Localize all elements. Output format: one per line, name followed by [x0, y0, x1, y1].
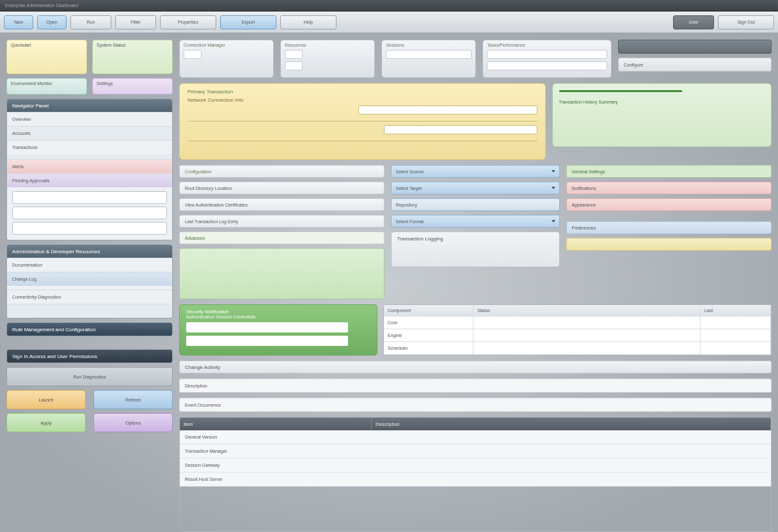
- strip-extra[interactable]: [566, 238, 772, 251]
- toolbar-run-button[interactable]: Run: [70, 15, 111, 29]
- sidebar-monitor-box[interactable]: Environment Monitor: [6, 78, 87, 95]
- sidebar-refresh-button[interactable]: Refresh: [93, 390, 173, 409]
- td: Engine: [384, 329, 473, 341]
- toolbar-new-button[interactable]: New: [4, 15, 33, 29]
- sidebar-rule-header: Rule Management and Configuration: [7, 323, 172, 336]
- card-resources-field[interactable]: [285, 50, 303, 59]
- workspace: Quickstart System Status Environment Mon…: [0, 33, 778, 532]
- strip-appearance[interactable]: Appearance: [566, 198, 772, 211]
- dropdown-format[interactable]: Select Format: [391, 215, 559, 228]
- th-status: Status: [473, 305, 701, 316]
- sidebar-access-header: Sign In Access and User Permissions: [7, 350, 172, 363]
- sidebar-item-overview[interactable]: Overview: [7, 112, 172, 126]
- logging-card-title: Transaction Logging: [397, 236, 443, 242]
- toolbar-user-chip[interactable]: User: [673, 15, 714, 29]
- settings-header: General Settings: [566, 165, 772, 178]
- sidebar-item-pending[interactable]: Pending Approvals: [7, 173, 172, 187]
- card-sessions-title: Sessions: [386, 43, 472, 47]
- strip-notifications[interactable]: Notifications: [566, 182, 772, 194]
- sidebar-item-transactions[interactable]: Transactions: [7, 140, 172, 154]
- divider2: [187, 141, 537, 141]
- history-summary-panel: Transaction History Summary: [552, 83, 772, 147]
- th-description: Description: [372, 418, 771, 430]
- dropdown-source[interactable]: Select Source: [391, 165, 559, 178]
- history-summary-title: Transaction History Summary: [559, 100, 765, 104]
- sidebar-rule-panel[interactable]: Rule Management and Configuration: [6, 322, 173, 336]
- sidebar-item-changelog[interactable]: Change Log: [7, 272, 172, 286]
- card-tasks-field[interactable]: [487, 50, 607, 59]
- sidebar-monitor-title: Environment Monitor: [11, 81, 52, 86]
- dropdown-repository[interactable]: Repository: [391, 198, 559, 211]
- card-resources[interactable]: Resources: [280, 40, 375, 78]
- dropdown-target[interactable]: Select Target: [391, 182, 559, 194]
- toolbar-open-button[interactable]: Open: [37, 15, 67, 29]
- table-row[interactable]: Engine: [384, 329, 771, 342]
- card-tasks-field2[interactable]: [487, 61, 607, 70]
- security-field1[interactable]: [186, 322, 348, 332]
- card-sessions[interactable]: Sessions: [381, 40, 476, 78]
- card-resources-title: Resources: [285, 43, 370, 47]
- sidebar-status-box[interactable]: System Status: [92, 40, 173, 74]
- sidebar-admin-panel: Administration & Developer Resources Doc…: [6, 244, 173, 318]
- card-tasks[interactable]: Tasks/Performance: [482, 40, 612, 78]
- card-sessions-field[interactable]: [386, 50, 472, 59]
- strip-preferences[interactable]: Preferences: [566, 221, 772, 234]
- toolbar-properties-button[interactable]: Properties: [160, 15, 216, 29]
- primary-select1[interactable]: [358, 106, 537, 114]
- sidebar-status-title: System Status: [97, 43, 125, 47]
- right-action-bar[interactable]: Configure: [618, 58, 772, 72]
- card-connection-title: Connection Manager: [184, 43, 269, 47]
- config-advanced[interactable]: Advanced: [179, 231, 385, 244]
- detail-row[interactable]: General Version: [180, 430, 771, 444]
- chevron-down-icon: [552, 220, 555, 223]
- sidebar-item-accounts[interactable]: Accounts: [7, 126, 172, 140]
- security-field2[interactable]: [186, 336, 348, 346]
- config-certs[interactable]: View Authentication Certificates: [179, 198, 385, 211]
- sidebar-apply-button[interactable]: Apply: [6, 413, 86, 432]
- sidebar-extra-input[interactable]: [12, 222, 167, 235]
- chevron-down-icon: [552, 170, 555, 173]
- security-promo-subtitle: Authentication Session Credentials: [186, 315, 370, 319]
- dropdown-repo-label: Repository: [395, 203, 417, 207]
- detail-row[interactable]: Result Host Server: [180, 473, 771, 487]
- sidebar-filter-input[interactable]: [12, 191, 167, 204]
- detail-row[interactable]: Session Gateway: [180, 458, 771, 473]
- detail-row[interactable]: Transaction Manager: [180, 444, 771, 458]
- th-last: Last: [701, 305, 771, 316]
- toolbar-help-button[interactable]: Help: [280, 15, 337, 29]
- config-preview: [179, 248, 385, 299]
- sidebar-quickstart-title: Quickstart: [11, 43, 31, 47]
- history-progress-bar: [559, 90, 683, 92]
- sidebar-launch-button[interactable]: Launch: [6, 390, 86, 409]
- main-content: Connection Manager Resources Sessions Ta…: [179, 40, 772, 532]
- sidebar-diagnostics-button[interactable]: Run Diagnostics: [6, 367, 173, 386]
- chevron-down-icon: [552, 187, 555, 189]
- toolbar-filter-button[interactable]: Filter: [115, 15, 156, 29]
- config-log[interactable]: Last Transaction Log Entry: [179, 215, 385, 228]
- right-slot: Configure: [618, 40, 772, 78]
- primary-select2[interactable]: [384, 125, 537, 134]
- sidebar-item-blank[interactable]: [7, 304, 172, 318]
- card-connection[interactable]: Connection Manager: [179, 40, 274, 78]
- sidebar-item-docs[interactable]: Documentation: [7, 258, 172, 272]
- table-row[interactable]: Scheduler: [384, 342, 771, 355]
- section-activity[interactable]: Change Activity: [179, 361, 772, 373]
- sidebar-item-alerts[interactable]: Alerts: [7, 159, 172, 173]
- sidebar-settings-box[interactable]: Settings: [92, 78, 173, 95]
- sidebar-quickstart-box[interactable]: Quickstart: [6, 40, 87, 74]
- toolbar-signout-button[interactable]: Sign Out: [718, 15, 774, 29]
- card-resources-field2[interactable]: [285, 61, 303, 70]
- sidebar-search-input[interactable]: [12, 207, 167, 219]
- sidebar: Quickstart System Status Environment Mon…: [6, 40, 173, 532]
- divider: [187, 121, 537, 121]
- table-row[interactable]: Core: [384, 317, 771, 329]
- card-connection-field[interactable]: [184, 50, 202, 59]
- logging-card: Transaction Logging: [391, 231, 559, 267]
- sidebar-settings-title: Settings: [97, 81, 113, 86]
- table-header-row: Component Status Last: [384, 305, 771, 317]
- toolbar-export-button[interactable]: Export: [220, 15, 276, 29]
- sidebar-access-panel[interactable]: Sign In Access and User Permissions: [6, 349, 173, 363]
- sidebar-options-button[interactable]: Options: [93, 413, 173, 432]
- sidebar-item-connectivity[interactable]: Connectivity Diagnostics: [7, 290, 172, 304]
- config-root[interactable]: Root Directory Location: [179, 182, 385, 194]
